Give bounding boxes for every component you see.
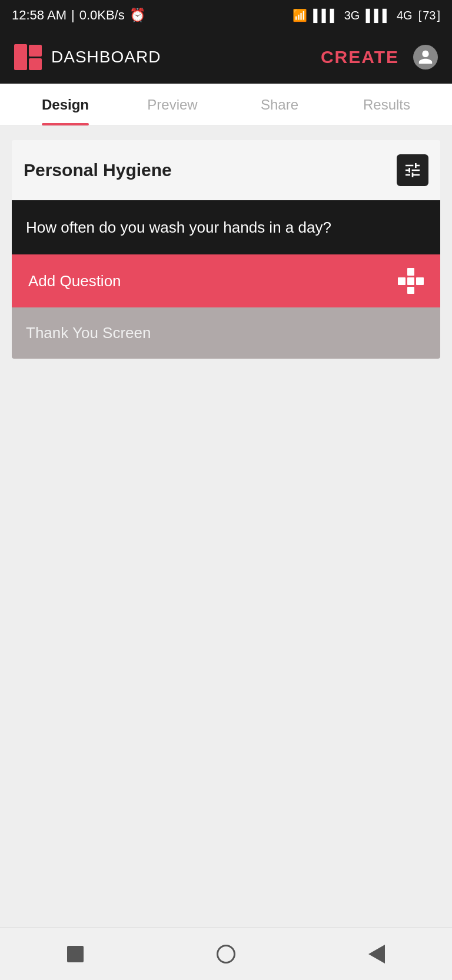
tab-results[interactable]: Results <box>333 84 440 125</box>
network-3g: 3G <box>344 9 360 22</box>
alarm-icon: ⏰ <box>129 8 145 23</box>
tab-share-label: Share <box>261 97 298 113</box>
tab-design[interactable]: Design <box>12 84 119 125</box>
signal2-icon: ▌▌▌ <box>365 9 391 22</box>
bottom-nav <box>0 927 452 980</box>
thank-you-label: Thank You Screen <box>26 324 151 342</box>
sliders-icon <box>403 161 422 180</box>
add-question-label: Add Question <box>28 272 121 290</box>
thank-you-screen[interactable]: Thank You Screen <box>12 307 440 359</box>
header-title: DASHBOARD <box>51 48 161 67</box>
add-question-button[interactable]: Add Question <box>12 254 440 307</box>
signal-icon: ▌▌▌ <box>313 9 338 22</box>
battery-percent: 73 <box>423 9 436 22</box>
battery-level: [ <box>418 9 422 22</box>
square-icon <box>67 946 84 962</box>
tab-design-label: Design <box>42 97 89 113</box>
tab-preview-label: Preview <box>147 97 197 113</box>
status-bar: 12:58 AM | 0.0KB/s ⏰ 📶 ▌▌▌ 3G ▌▌▌ 4G [ 7… <box>0 0 452 31</box>
survey-title: Personal Hygiene <box>24 160 172 180</box>
network-4g: 4G <box>397 9 413 22</box>
settings-button[interactable] <box>397 154 428 186</box>
status-time: 12:58 AM <box>12 8 67 23</box>
nav-home-button[interactable] <box>208 936 244 972</box>
app-logo <box>14 44 42 70</box>
user-avatar[interactable] <box>413 45 438 69</box>
tab-preview[interactable]: Preview <box>119 84 226 125</box>
header: DASHBOARD CREATE <box>0 31 452 84</box>
battery-close: ] <box>437 9 440 22</box>
logo-block-top-right <box>29 45 42 57</box>
header-right: CREATE <box>321 45 438 69</box>
survey-card: Personal Hygiene How often do you wash y… <box>12 140 440 359</box>
tab-share[interactable]: Share <box>226 84 333 125</box>
circle-icon <box>217 945 235 964</box>
status-right: 📶 ▌▌▌ 3G ▌▌▌ 4G [ 73 ] <box>293 8 440 22</box>
logo-block-left <box>14 44 27 70</box>
logo-block-bottom-right <box>29 58 42 70</box>
survey-header: Personal Hygiene <box>12 140 440 200</box>
question-item[interactable]: How often do you wash your hands in a da… <box>12 200 440 254</box>
plus-grid-icon <box>398 268 424 294</box>
user-icon <box>417 49 434 65</box>
tabs-bar: Design Preview Share Results <box>0 84 452 126</box>
nav-square-button[interactable] <box>58 936 93 972</box>
status-speed: 0.0KB/s <box>79 8 125 23</box>
wifi-icon: 📶 <box>293 8 307 22</box>
header-left: DASHBOARD <box>14 44 161 70</box>
tab-active-indicator <box>42 123 89 125</box>
nav-back-button[interactable] <box>359 936 394 972</box>
create-button[interactable]: CREATE <box>321 47 399 67</box>
main-content: Personal Hygiene How often do you wash y… <box>0 126 452 927</box>
status-separator: | <box>71 8 75 23</box>
battery-indicator: [ 73 ] <box>418 9 440 22</box>
tab-results-label: Results <box>363 97 410 113</box>
question-text: How often do you wash your hands in a da… <box>26 218 331 236</box>
status-left: 12:58 AM | 0.0KB/s ⏰ <box>12 8 145 23</box>
back-icon <box>368 945 385 964</box>
